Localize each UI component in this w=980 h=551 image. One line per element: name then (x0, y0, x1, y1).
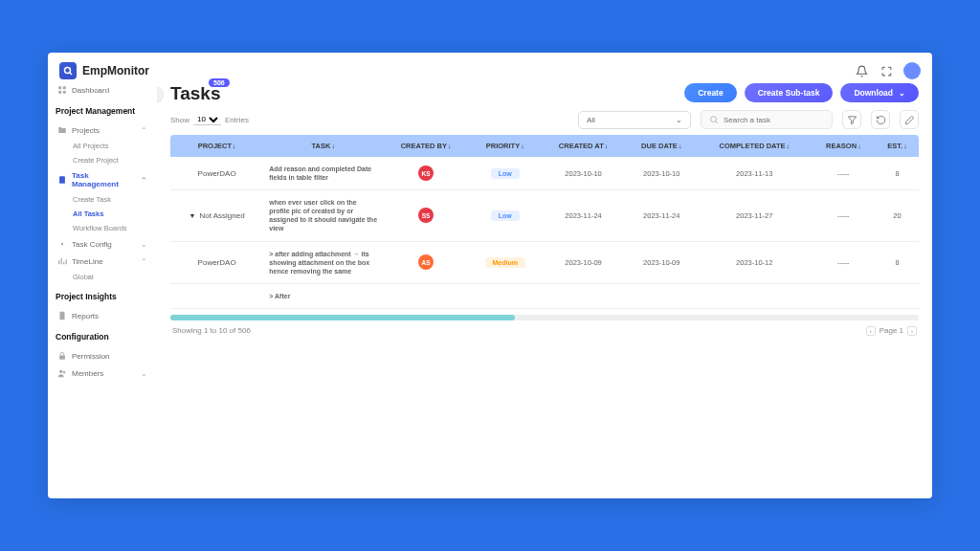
table-row[interactable]: PowerDAOAdd reason and completed Date fi… (170, 157, 919, 190)
folder-icon (57, 125, 67, 135)
edit-columns-button[interactable] (900, 110, 919, 129)
chevron-up-icon: ⌃ (141, 257, 147, 266)
task-count-badge: 506 (209, 78, 230, 87)
sidebar-item-members[interactable]: Members ⌄ (56, 364, 149, 382)
sidebar-sub-all-tasks[interactable]: All Tasks (56, 207, 149, 221)
sidebar-item-label: Dashboard (72, 86, 109, 95)
sidebar-item-label: Task Management (72, 171, 136, 188)
section-project-insights: Project Insights (56, 292, 149, 301)
page-prev-button[interactable]: ‹ (866, 326, 876, 336)
sidebar-item-permission[interactable]: Permission (56, 347, 149, 364)
svg-rect-4 (63, 91, 66, 94)
filter-button[interactable] (842, 110, 861, 129)
project-cell: PowerDAO (198, 169, 236, 178)
sidebar-sub-global[interactable]: Global (56, 270, 149, 284)
sidebar-item-timeline[interactable]: TimeLine ⌃ (56, 253, 149, 270)
completed-cell: 2023-11-27 (698, 190, 812, 241)
completed-cell: 2023-11-13 (698, 157, 812, 190)
project-filter-dropdown[interactable]: All ⌄ (578, 111, 691, 129)
table-row[interactable]: > After (170, 284, 919, 309)
est-cell: 8 (876, 157, 919, 190)
created-by-avatar[interactable]: SS (418, 208, 434, 223)
gear-icon (57, 239, 67, 249)
created-cell: 2023-10-10 (542, 157, 626, 190)
search-input[interactable] (724, 116, 824, 124)
search-icon (709, 115, 719, 124)
sidebar-item-task-config[interactable]: Task Config ⌄ (56, 235, 149, 253)
column-header[interactable]: EST.↓ (876, 135, 919, 157)
chevron-up-icon: ⌃ (141, 126, 147, 135)
sidebar-sub-workflow-boards[interactable]: Workflow Boards (56, 221, 149, 235)
sidebar-item-dashboard[interactable]: Dashboard (56, 81, 149, 99)
sidebar-item-label: Task Config (72, 240, 112, 249)
column-header[interactable]: CREATED BY↓ (383, 135, 469, 157)
page-next-button[interactable]: › (907, 326, 917, 336)
bell-icon[interactable] (854, 63, 869, 78)
sidebar-item-reports[interactable]: Reports (56, 307, 149, 324)
column-header[interactable]: REASON↓ (812, 135, 876, 157)
sort-arrow-icon: ↓ (787, 143, 791, 149)
chart-icon (57, 256, 67, 266)
entries-select[interactable]: 10 (193, 114, 221, 125)
svg-rect-3 (58, 91, 61, 94)
table-row[interactable]: ▼Not Assignedwhen ever user click on the… (170, 190, 919, 241)
priority-badge: Medium (485, 257, 525, 268)
sidebar-sub-all-projects[interactable]: All Projects (56, 139, 149, 153)
chevron-down-icon: ⌄ (141, 240, 147, 249)
sort-arrow-icon: ↓ (448, 143, 452, 149)
expand-icon[interactable] (879, 63, 894, 78)
sidebar-item-label: Members (72, 369, 103, 378)
column-header[interactable]: DUE DATE↓ (626, 135, 698, 157)
due-cell: 2023-11-24 (626, 190, 698, 241)
column-header[interactable]: CREATED AT↓ (542, 135, 626, 157)
est-cell: 20 (876, 190, 919, 241)
svg-rect-5 (59, 176, 65, 184)
sort-arrow-icon: ↓ (903, 143, 907, 149)
column-header[interactable]: TASK↓ (263, 135, 383, 157)
column-header[interactable]: COMPLETED DATE↓ (698, 135, 812, 157)
page-label: Page 1 (880, 326, 903, 335)
priority-badge: Low (491, 168, 520, 179)
create-subtask-button[interactable]: Create Sub-task (745, 83, 834, 102)
sort-arrow-icon: ↓ (233, 143, 236, 149)
column-header[interactable]: PROJECT↓ (170, 135, 263, 157)
project-cell: PowerDAO (198, 258, 236, 267)
table-row[interactable]: PowerDAO> after adding attachment → its … (170, 242, 919, 284)
task-cell: when ever user click on the profile pic … (263, 190, 383, 241)
sidebar-sub-create-task[interactable]: Create Task (56, 192, 149, 207)
chevron-down-icon: ⌄ (899, 89, 905, 98)
due-cell: 2023-10-09 (626, 242, 698, 284)
task-cell: Add reason and completed Date fields in … (263, 157, 383, 190)
svg-point-0 (65, 68, 71, 74)
create-button[interactable]: Create (684, 83, 736, 102)
sort-arrow-icon: ↓ (679, 143, 682, 149)
svg-rect-1 (58, 86, 61, 89)
project-cell: Not Assigned (200, 211, 245, 220)
download-button[interactable]: Download ⌄ (840, 83, 919, 102)
sidebar-item-projects[interactable]: Projects ⌃ (56, 121, 149, 139)
svg-point-8 (59, 370, 62, 373)
expand-toggle-icon[interactable]: ▼ (189, 212, 196, 219)
document-icon (57, 311, 67, 320)
sort-arrow-icon: ↓ (331, 143, 335, 149)
created-by-avatar[interactable]: KS (418, 165, 434, 181)
users-icon (57, 368, 67, 378)
task-cell: > after adding attachment → its showing … (263, 242, 383, 284)
task-cell: > After (263, 284, 383, 309)
lock-icon (57, 351, 67, 361)
sidebar-sub-create-project[interactable]: Create Project (56, 153, 149, 167)
svg-point-10 (711, 117, 717, 122)
column-header[interactable]: PRIORITY↓ (469, 135, 542, 157)
created-by-avatar[interactable]: AS (418, 254, 434, 270)
horizontal-scrollbar[interactable] (170, 315, 919, 320)
scrollbar-thumb[interactable] (170, 315, 515, 320)
reset-button[interactable] (871, 110, 890, 129)
chevron-up-icon: ⌃ (141, 176, 147, 185)
sort-arrow-icon: ↓ (521, 143, 524, 149)
chevron-down-icon: ⌄ (676, 116, 682, 124)
sidebar-item-task-management[interactable]: Task Management ⌃ (56, 167, 149, 192)
reason-cell: ----- (812, 157, 876, 190)
created-cell (542, 284, 626, 309)
section-configuration: Configuration (56, 332, 149, 342)
search-box[interactable] (701, 110, 833, 129)
